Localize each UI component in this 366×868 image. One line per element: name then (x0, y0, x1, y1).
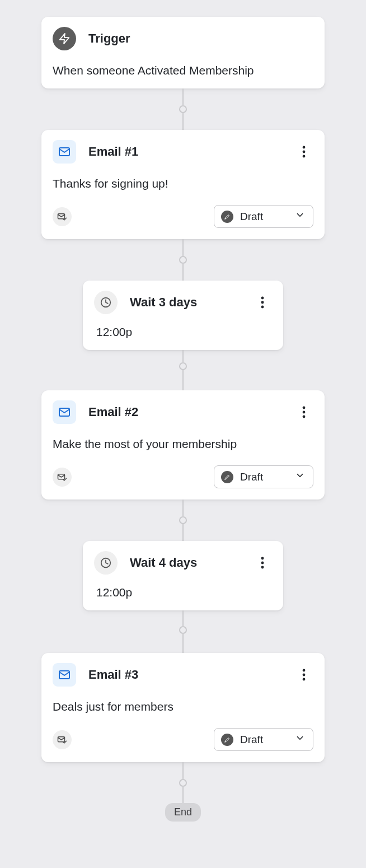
svg-point-7 (261, 297, 264, 300)
wait-title: Wait 3 days (130, 295, 197, 310)
status-dropdown[interactable]: Draft (214, 205, 313, 228)
svg-point-3 (303, 151, 306, 153)
mail-icon (53, 663, 76, 687)
status-dropdown[interactable]: Draft (214, 465, 313, 488)
svg-point-17 (261, 562, 264, 564)
add-step-node[interactable] (179, 362, 187, 370)
email-card-3[interactable]: Email #3 Deals just for members Draft (41, 653, 325, 762)
svg-point-12 (303, 411, 306, 414)
connector (179, 88, 187, 130)
mail-check-icon[interactable] (53, 730, 72, 749)
svg-point-9 (261, 306, 264, 309)
email-card-1[interactable]: Email #1 Thanks for signing up! Draft (41, 130, 325, 239)
wait-time: 12:00p (96, 325, 272, 339)
add-step-node[interactable] (179, 779, 187, 787)
email-title: Email #1 (88, 144, 138, 159)
wait-title: Wait 4 days (130, 556, 197, 570)
connector (179, 500, 187, 541)
lightning-icon (53, 27, 76, 50)
email-title: Email #2 (88, 405, 138, 419)
svg-point-8 (261, 301, 264, 304)
add-step-node[interactable] (179, 256, 187, 264)
mail-icon (53, 140, 76, 164)
end-badge: End (165, 803, 201, 822)
svg-point-11 (303, 407, 306, 409)
chevron-down-icon (295, 733, 305, 746)
wait-time: 12:00p (96, 586, 272, 599)
more-menu-button[interactable] (295, 404, 312, 421)
svg-point-20 (303, 669, 306, 672)
mail-check-icon[interactable] (53, 207, 72, 226)
svg-point-18 (261, 566, 264, 569)
email-title: Email #3 (88, 668, 138, 682)
trigger-title: Trigger (88, 31, 130, 46)
svg-point-2 (303, 146, 306, 149)
pencil-icon (221, 471, 233, 483)
connector (179, 239, 187, 281)
chevron-down-icon (295, 470, 305, 483)
clock-icon (94, 291, 118, 314)
connector (179, 610, 187, 653)
svg-point-21 (303, 674, 306, 676)
email-subject: Thanks for signing up! (53, 177, 313, 190)
add-step-node[interactable] (179, 516, 187, 524)
add-step-node[interactable] (179, 626, 187, 634)
email-subject: Deals just for members (53, 700, 313, 713)
trigger-description: When someone Activated Membership (53, 64, 313, 77)
mail-icon (53, 400, 76, 424)
mail-check-icon[interactable] (53, 468, 72, 487)
automation-flow: Trigger When someone Activated Membershi… (0, 0, 366, 822)
svg-point-13 (303, 416, 306, 418)
svg-point-16 (261, 557, 264, 560)
chevron-down-icon (295, 210, 305, 223)
more-menu-button[interactable] (254, 554, 271, 571)
status-label: Draft (240, 211, 263, 223)
more-menu-button[interactable] (295, 143, 312, 160)
add-step-node[interactable] (179, 105, 187, 113)
svg-point-22 (303, 678, 306, 681)
status-label: Draft (240, 734, 263, 746)
status-dropdown[interactable]: Draft (214, 728, 313, 751)
pencil-icon (221, 211, 233, 223)
more-menu-button[interactable] (295, 666, 312, 683)
pencil-icon (221, 734, 233, 746)
svg-point-4 (303, 155, 306, 158)
email-card-2[interactable]: Email #2 Make the most of your membershi… (41, 390, 325, 500)
connector (179, 350, 187, 390)
connector (179, 762, 187, 804)
more-menu-button[interactable] (254, 294, 271, 311)
status-label: Draft (240, 471, 263, 483)
svg-marker-0 (60, 34, 69, 44)
trigger-card[interactable]: Trigger When someone Activated Membershi… (41, 17, 325, 88)
wait-card-2[interactable]: Wait 4 days 12:00p (83, 541, 283, 610)
email-subject: Make the most of your membership (53, 437, 313, 451)
clock-icon (94, 551, 118, 575)
wait-card-1[interactable]: Wait 3 days 12:00p (83, 281, 283, 350)
